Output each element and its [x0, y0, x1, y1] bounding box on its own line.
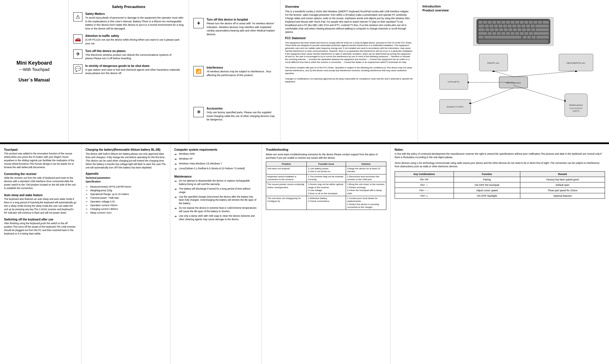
car-icon: 🚗	[73, 34, 82, 43]
maint-item: ➔Do not attempt to disassemble the devic…	[174, 179, 258, 186]
spec-text: Operation current:<50mA	[90, 204, 118, 207]
svg-rect-53	[533, 32, 549, 35]
req-item: ➔Linux(Debian-3.1,Redhat-9.0 Ubuntu-8.10…	[174, 167, 258, 171]
svg-rect-22	[508, 25, 512, 27]
table-row: The mouse pointer moves erratically and/…	[266, 182, 386, 196]
svg-text:XBOX360/PS3 etc.: XBOX360/PS3 etc.	[566, 62, 586, 64]
svg-rect-33	[499, 28, 503, 31]
notes-panel: Notes: In line with the policy of contin…	[391, 144, 609, 364]
page-wrapper: Mini Keyboard ---With Touchpad User´s Ma…	[0, 0, 609, 364]
top-half: Mini Keyboard ---With Touchpad User´s Ma…	[0, 0, 609, 143]
spec-text: Weight(grams):100g	[90, 189, 112, 192]
req-item: ➔Windows 2000	[174, 152, 258, 156]
spec-text: Transmit power: +5db Max	[90, 196, 119, 199]
title-panel: Mini Keyboard ---With Touchpad User´s Ma…	[0, 0, 69, 142]
key-col-function: Function	[454, 171, 520, 177]
svg-rect-31	[490, 28, 494, 31]
req-arrow: ➔	[174, 167, 177, 171]
connecting-text: Slide the receiver out from the side of …	[4, 176, 77, 190]
safety-text-2: Attention to traffic safety (CAR PC):Do …	[85, 34, 184, 45]
safety-title-3: Turn off this device on planes	[85, 49, 184, 53]
key-remark: Three part speed for choice	[520, 188, 605, 193]
maintenance-heading: Maintenance	[174, 175, 258, 178]
notice-text-1: Turn off this device in hospital Please …	[207, 18, 276, 36]
connection-diagram: Mini Keyboard XBOX360/PS3 etc. HTPC/IPTV…	[422, 51, 604, 122]
warning-icon: ⚠	[73, 12, 82, 21]
maint-text: Use the specified charger.Disconnect the…	[179, 195, 258, 206]
charging-heading: Charging the battery(Removable lithium b…	[86, 148, 166, 151]
safety-text-1: Satety Matters To avoid injury,death of …	[85, 12, 184, 30]
fcc-text: This equipment has been tested and found…	[285, 41, 413, 83]
key-combo: FN+ ◇	[395, 193, 454, 198]
svg-rect-58	[532, 36, 536, 39]
trouble-possible: 1.The receiver May not be inserted corre…	[307, 174, 346, 182]
svg-rect-46	[501, 32, 505, 35]
maint-arrow: ➔	[174, 187, 177, 194]
maint-text: Do not expose the device in extreme heat…	[179, 206, 258, 213]
notice-desc-3: Only use factory specified parts. Please…	[207, 111, 276, 122]
safety-item-3: ✈ Turn off this device on planes This El…	[73, 49, 184, 60]
touchpad-panel: Touchpad This product was added to the i…	[0, 144, 82, 364]
svg-rect-37	[517, 28, 521, 31]
notice-item-3: ❄ Accissories Only use factory specified…	[193, 107, 276, 122]
safety-item-1: ⚠ Satety Matters To avoid injury,death o…	[73, 12, 184, 30]
spec-arrow	[86, 200, 88, 203]
svg-rect-48	[511, 32, 515, 35]
svg-rect-42	[478, 32, 487, 35]
safety-text-4: In vicinity of dangerous goods to be shu…	[85, 64, 184, 75]
svg-rect-15	[543, 21, 549, 24]
charging-text: The device with built-in lithium-ion bat…	[86, 152, 166, 169]
notice-item-2: 📶 Interference All wireless devices may …	[193, 66, 276, 77]
req-text: Windows XP	[179, 157, 193, 161]
safety-desc-4: In gas station and colse to fuel and che…	[85, 68, 184, 75]
svg-rect-47	[506, 32, 510, 35]
fcc-heading: FCC Statement	[285, 36, 413, 40]
maint-text: Use only a damp cloth with mild soap to …	[179, 214, 258, 221]
manual-title: User´s Manual	[19, 77, 50, 83]
svg-rect-7	[506, 21, 510, 24]
computer-req-panel: Computer system requirements ➔Windows 20…	[170, 144, 262, 364]
trouble-heading: Troubleshooting	[266, 148, 386, 151]
trouble-possible: 1.Device may not be within optimal range…	[307, 182, 346, 196]
notes-para-1: In line with the policy of continued dev…	[395, 152, 605, 159]
overview-text: This is a wonderful combo,2.4GHz Mini Wi…	[285, 10, 413, 34]
key-combo: FN+ RF	[395, 177, 454, 182]
svg-rect-44	[492, 32, 496, 35]
svg-text:HTPC/IPTV: HTPC/IPTV	[448, 81, 460, 83]
svg-rect-4	[492, 21, 496, 24]
key-combo: FN+ ↑↓	[395, 182, 454, 188]
req-item: ➔Windows XP	[174, 157, 258, 161]
key-combinations-table: Key Combinations Function Remark FN+ RF …	[395, 171, 605, 199]
touchpad-text: This product was added to the innovative…	[4, 152, 77, 169]
safety-desc-2: (CAR PC):Do not use the device while dri…	[85, 38, 184, 45]
spec-arrow	[86, 189, 88, 192]
maint-arrow: ➔	[174, 179, 177, 186]
svg-rect-19	[494, 25, 498, 27]
svg-rect-59	[536, 36, 549, 39]
auto-sleep-text: The keyboard also features an auto sleep…	[4, 198, 77, 214]
svg-line-76	[493, 71, 513, 77]
req-arrow: ➔	[174, 162, 177, 166]
spec-item: Measurements(L*W*H):140*90*16mm	[86, 185, 166, 188]
safety-title-2: Attention to traffic safety	[85, 34, 184, 37]
svg-rect-12	[529, 21, 533, 24]
spec-item: Operational Range: up to 10 meters	[86, 193, 166, 196]
svg-rect-6	[501, 21, 505, 24]
spec-item: Weight(grams):100g	[86, 189, 166, 192]
spec-text: Sleep current:<1mA	[90, 211, 112, 214]
spec-text: Operation voltage:3.3V	[90, 200, 115, 203]
svg-text:(only bluetooth: (only bluetooth	[570, 107, 583, 110]
svg-line-78	[471, 88, 513, 104]
specs-list: Measurements(L*W*H):140*90*16mmWeight(gr…	[86, 185, 166, 214]
trouble-intro: Below are some basic troubleshooting sce…	[266, 153, 386, 160]
maint-arrow: ➔	[174, 206, 177, 213]
trouble-solution: Charge the device for at least 15 minute…	[346, 166, 386, 174]
req-arrow: ➔	[174, 157, 177, 161]
spec-text: Operational Range: up to 10 meters	[90, 193, 129, 196]
key-function: ON /OFF backlight	[454, 193, 520, 198]
trouble-problem: Unit does not respond	[266, 166, 307, 174]
trouble-problem: The unit does not charge(only for Config…	[266, 196, 307, 210]
table-row: The unit does not charge(only for Config…	[266, 196, 386, 210]
key-combo: FN+←→	[395, 188, 454, 193]
svg-rect-18	[489, 25, 493, 27]
